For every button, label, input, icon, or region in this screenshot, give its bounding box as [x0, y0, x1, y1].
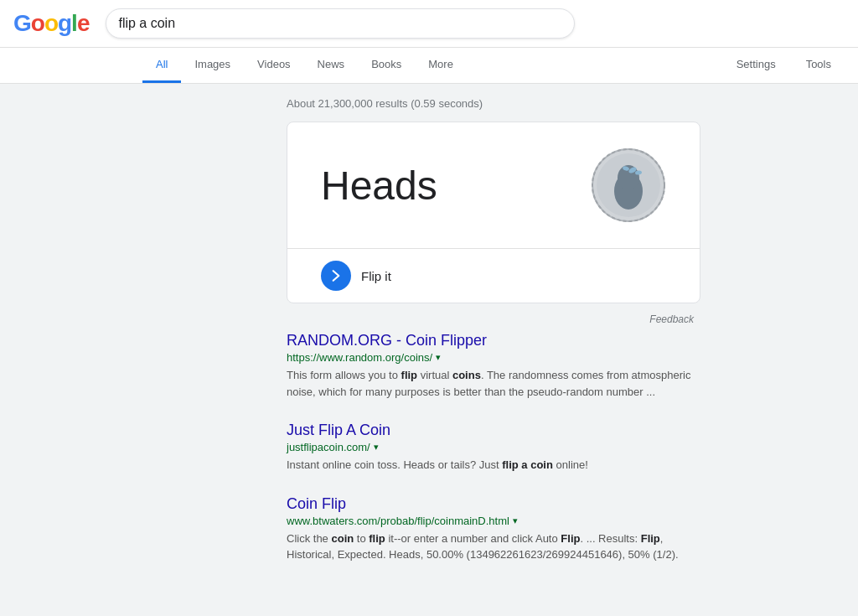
feedback-row: Feedback: [287, 310, 700, 332]
search-results: RANDOM.ORG - Coin Flipper https://www.ra…: [287, 332, 700, 563]
result-dropdown-arrow-3[interactable]: ▾: [513, 515, 518, 526]
result-snippet-1: This form allows you to flip virtual coi…: [287, 367, 700, 400]
tab-tools[interactable]: Tools: [793, 48, 845, 83]
coin-flip-widget: Heads: [287, 122, 700, 303]
search-result-3: Coin Flip www.btwaters.com/probab/flip/c…: [287, 495, 700, 563]
search-result-1: RANDOM.ORG - Coin Flipper https://www.ra…: [287, 332, 700, 400]
header: Google: [0, 0, 858, 48]
result-url-2: justflipacoin.com/: [287, 441, 370, 453]
coin-flip-action: Flip it: [287, 248, 700, 303]
search-bar: [106, 8, 575, 39]
search-result-2: Just Flip A Coin justflipacoin.com/ ▾ In…: [287, 422, 700, 474]
result-url-row-2: justflipacoin.com/ ▾: [287, 441, 700, 453]
google-logo: Google: [13, 10, 89, 37]
result-dropdown-arrow-1[interactable]: ▾: [436, 352, 441, 363]
tab-videos[interactable]: Videos: [244, 48, 304, 83]
tab-news[interactable]: News: [304, 48, 359, 83]
result-title-2[interactable]: Just Flip A Coin: [287, 422, 700, 439]
tab-settings[interactable]: Settings: [723, 48, 789, 83]
result-url-row-3: www.btwaters.com/probab/flip/coinmainD.h…: [287, 515, 700, 527]
svg-rect-6: [623, 188, 633, 196]
flip-button[interactable]: [321, 261, 351, 291]
arrow-right-icon: [328, 267, 344, 284]
tab-more[interactable]: More: [415, 48, 467, 83]
results-count: About 21,300,000 results (0.59 seconds): [287, 97, 700, 110]
tab-images[interactable]: Images: [181, 48, 244, 83]
result-url-row-1: https://www.random.org/coins/ ▾: [287, 351, 700, 364]
coin-image: [591, 148, 666, 223]
flip-it-label: Flip it: [361, 269, 391, 283]
result-url-3: www.btwaters.com/probab/flip/coinmainD.h…: [287, 515, 509, 527]
result-snippet-2: Instant online coin toss. Heads or tails…: [287, 457, 700, 474]
result-dropdown-arrow-2[interactable]: ▾: [374, 442, 379, 453]
result-snippet-3: Click the coin to flip it--or enter a nu…: [287, 531, 700, 563]
coin-result: Heads: [321, 163, 437, 209]
result-title-3[interactable]: Coin Flip: [287, 495, 700, 513]
tab-books[interactable]: Books: [358, 48, 415, 83]
nav-right: Settings Tools: [723, 48, 845, 83]
coin-widget-main: Heads: [287, 122, 700, 248]
search-input[interactable]: [118, 16, 542, 31]
tab-all[interactable]: All: [142, 48, 181, 83]
feedback-label[interactable]: Feedback: [649, 313, 694, 325]
nav-bar: All Images Videos News Books More Settin…: [0, 48, 858, 84]
result-url-1: https://www.random.org/coins/: [287, 351, 432, 364]
main-content: About 21,300,000 results (0.59 seconds) …: [144, 84, 714, 598]
result-title-1[interactable]: RANDOM.ORG - Coin Flipper: [287, 332, 700, 349]
